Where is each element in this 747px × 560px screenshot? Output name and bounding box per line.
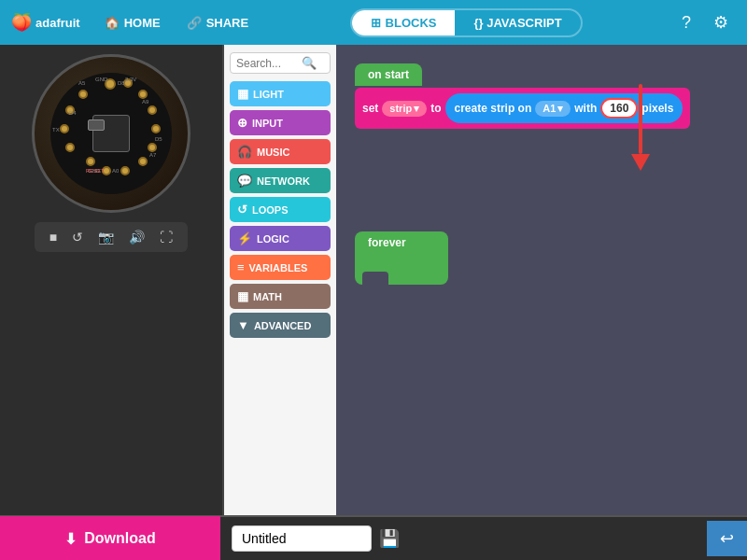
help-button[interactable]: ?	[674, 9, 698, 36]
arrow-indicator	[631, 84, 650, 171]
tab-js-label: {} JAVASCRIPT	[473, 16, 561, 30]
category-input[interactable]: ⊕ INPUT	[230, 110, 331, 135]
loops-label: LOOPS	[252, 204, 289, 216]
category-network[interactable]: 💬 NETWORK	[230, 168, 331, 193]
on-start-label: on start	[368, 68, 409, 81]
share-label: SHARE	[206, 16, 249, 30]
input-label: INPUT	[252, 118, 283, 129]
search-bar: 🔍	[230, 52, 331, 74]
blocks-sidebar: 🔍 ▦ LIGHT ⊕ INPUT 🎧 MUSIC 💬 NETWORK ↺ LO…	[224, 45, 336, 515]
network-label: NETWORK	[257, 175, 310, 187]
category-logic[interactable]: ⚡ LOGIC	[230, 226, 331, 251]
project-name-area: 💾	[220, 525, 707, 552]
variables-label: VARIABLES	[249, 262, 308, 273]
logic-label: LOGIC	[257, 233, 289, 245]
input-icon: ⊕	[237, 116, 247, 130]
loops-icon: ↺	[237, 203, 247, 217]
home-button[interactable]: 🏠 HOME	[95, 12, 170, 34]
mode-tabs: ⊞ BLOCKS {} JAVASCRIPT	[350, 8, 583, 37]
home-icon: 🏠	[105, 16, 120, 30]
create-strip-label: create strip on	[455, 102, 532, 115]
forever-notch	[362, 272, 388, 285]
refresh-button[interactable]: ↺	[68, 228, 87, 246]
project-name-input[interactable]	[232, 525, 372, 552]
tab-javascript[interactable]: {} JAVASCRIPT	[455, 10, 580, 35]
category-loops[interactable]: ↺ LOOPS	[230, 197, 331, 222]
settings-button[interactable]: ⚙	[706, 8, 736, 36]
audio-button[interactable]: 🔊	[125, 228, 148, 246]
logic-icon: ⚡	[237, 231, 252, 245]
brand-logo: 🍑 adafruit	[11, 12, 80, 33]
pin-dropdown-arrow: ▾	[557, 103, 563, 115]
brand-name: adafruit	[35, 16, 80, 30]
tab-blocks[interactable]: ⊞ BLOCKS	[352, 10, 456, 35]
set-label: set	[362, 102, 378, 115]
save-button[interactable]: 💾	[379, 528, 400, 549]
advanced-label: ADVANCED	[254, 320, 312, 331]
pin-label: A1	[543, 103, 556, 114]
category-light[interactable]: ▦ LIGHT	[230, 81, 331, 106]
light-icon: ▦	[237, 87, 248, 101]
network-icon: 💬	[237, 174, 252, 188]
strip-label: strip	[389, 103, 412, 114]
on-start-hat[interactable]: on start	[355, 63, 422, 86]
arrow-head	[631, 154, 650, 171]
search-input[interactable]	[236, 57, 302, 70]
math-icon: ▦	[237, 289, 248, 303]
forever-label: forever	[368, 236, 406, 249]
download-button[interactable]: ⬇ Download	[0, 516, 220, 560]
download-icon: ⬇	[64, 530, 77, 548]
main-layout: A5 D8 A9 TX D5 A7 GND GND A0 3.3V RESET …	[0, 45, 747, 515]
forever-body	[355, 249, 448, 285]
strip-dropdown[interactable]: strip ▾	[382, 101, 427, 117]
workspace[interactable]: on start set strip ▾ to create strip on …	[336, 45, 747, 515]
with-label: with	[574, 102, 597, 115]
share-button[interactable]: 🔗 SHARE	[177, 12, 259, 34]
bottom-bar: ⬇ Download 💾 ↩	[0, 515, 747, 560]
light-label: LIGHT	[253, 89, 284, 100]
screenshot-button[interactable]: 📷	[94, 228, 118, 246]
download-label: Download	[84, 530, 155, 547]
left-panel: A5 D8 A9 TX D5 A7 GND GND A0 3.3V RESET …	[0, 45, 224, 515]
variables-icon: ≡	[237, 260, 245, 274]
arrow-line	[639, 84, 642, 154]
math-label: MATH	[253, 291, 282, 302]
to-label: to	[430, 102, 441, 115]
forever-hat[interactable]: forever	[355, 231, 448, 249]
music-icon: 🎧	[237, 145, 252, 159]
stop-button[interactable]: ■	[46, 228, 61, 246]
blocks-icon: ⊞	[371, 16, 381, 30]
strip-dropdown-arrow: ▾	[414, 103, 419, 115]
device-preview: A5 D8 A9 TX D5 A7 GND GND A0 3.3V RESET …	[32, 54, 190, 213]
music-label: MUSIC	[257, 147, 289, 158]
advanced-icon: ▼	[237, 318, 249, 332]
pin-dropdown[interactable]: A1 ▾	[535, 101, 571, 117]
undo-button[interactable]: ↩	[707, 521, 747, 556]
category-math[interactable]: ▦ MATH	[230, 284, 331, 309]
home-label: HOME	[124, 16, 161, 30]
nav-right: ? ⚙	[674, 8, 736, 36]
search-icon: 🔍	[302, 56, 317, 70]
fullscreen-button[interactable]: ⛶	[156, 228, 176, 246]
category-advanced[interactable]: ▼ ADVANCED	[230, 313, 331, 338]
device-controls: ■ ↺ 📷 🔊 ⛶	[35, 222, 188, 252]
brand-icon: 🍑	[11, 12, 32, 33]
forever-block-group: forever	[355, 231, 448, 285]
share-icon: 🔗	[187, 16, 202, 30]
category-music[interactable]: 🎧 MUSIC	[230, 139, 331, 164]
pixels-value: 160	[610, 102, 628, 115]
top-nav: 🍑 adafruit 🏠 HOME 🔗 SHARE ⊞ BLOCKS {} JA…	[0, 0, 747, 45]
category-variables[interactable]: ≡ VARIABLES	[230, 255, 331, 280]
tab-blocks-label: BLOCKS	[386, 16, 437, 30]
